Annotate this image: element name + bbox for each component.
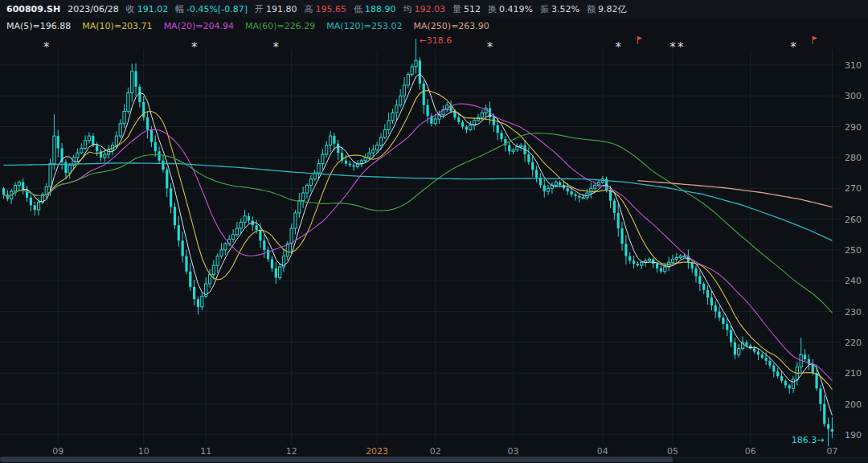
svg-text:2023: 2023 <box>366 446 388 457</box>
svg-text:300: 300 <box>845 91 862 101</box>
quote-field: 低188.90 <box>354 3 396 15</box>
quote-field: 幅-0.45%[-0.87] <box>175 3 248 15</box>
ma120-line <box>4 163 833 241</box>
svg-text:11: 11 <box>200 446 211 457</box>
flag-icon <box>813 36 817 44</box>
quote-field: 振3.52% <box>540 3 579 15</box>
quote-field: 量512 <box>452 3 481 15</box>
svg-text:200: 200 <box>845 399 862 410</box>
quote-field: 换0.419% <box>488 3 533 15</box>
svg-text:12: 12 <box>286 446 297 457</box>
asterisk-mark: * <box>273 40 280 55</box>
svg-text:230: 230 <box>845 307 862 318</box>
price-axis: 190200210220230240250260270280290300310 <box>845 60 862 440</box>
svg-text:190: 190 <box>845 430 862 440</box>
svg-text:240: 240 <box>845 276 862 286</box>
quote-field: 额9.82亿 <box>587 3 627 15</box>
svg-text:07: 07 <box>826 446 837 457</box>
stock-chart-app: 600809.SH 2023/06/28 收191.02幅-0.45%[-0.8… <box>0 0 868 463</box>
asterisk-mark: * <box>669 40 676 55</box>
asterisk-mark: * <box>790 40 796 55</box>
high-price-label: ←318.6 <box>420 35 452 46</box>
ma10-line <box>4 91 833 390</box>
grid <box>0 50 841 445</box>
svg-text:09: 09 <box>52 446 63 457</box>
quote-date: 2023/06/28 <box>68 4 118 14</box>
ma-legend-item: MA(120)=253.02 <box>326 21 402 31</box>
svg-text:06: 06 <box>745 446 756 457</box>
ma20-line <box>4 104 833 381</box>
ma-legend-item: MA(5)=196.88 <box>6 21 71 31</box>
svg-text:260: 260 <box>845 215 862 225</box>
ma5-line <box>4 74 833 416</box>
scrollbar-thumb[interactable] <box>0 457 673 462</box>
svg-text:270: 270 <box>845 183 862 194</box>
low-price-label: 186.3→ <box>792 435 825 445</box>
candlestick-chart[interactable]: 1902002102202302402502602702802903003100… <box>0 34 868 463</box>
svg-text:280: 280 <box>845 153 862 163</box>
ma-legend-item: MA(10)=203.71 <box>82 21 152 31</box>
quote-field: 均192.03 <box>403 3 446 15</box>
stock-code: 600809.SH <box>6 4 60 14</box>
svg-text:290: 290 <box>845 122 862 133</box>
asterisk-mark: * <box>615 40 621 55</box>
candles <box>2 39 833 446</box>
asterisk-mark: * <box>43 40 50 55</box>
ma-legend-item: MA(60)=226.29 <box>245 21 315 31</box>
svg-text:03: 03 <box>508 446 519 457</box>
quote-field: 高195.65 <box>305 3 347 15</box>
flag-icon <box>637 36 642 44</box>
asterisk-mark: * <box>678 40 684 55</box>
svg-text:220: 220 <box>845 338 862 348</box>
quote-fields: 收191.02幅-0.45%[-0.87]开191.80高195.65低188.… <box>126 3 627 15</box>
ma-legend-item: MA(250)=263.90 <box>414 21 489 31</box>
svg-text:10: 10 <box>138 446 149 457</box>
quote-field: 开191.80 <box>255 3 297 15</box>
ma-lines <box>4 74 833 416</box>
svg-text:210: 210 <box>845 368 862 379</box>
svg-text:02: 02 <box>430 446 441 457</box>
svg-text:310: 310 <box>845 60 862 71</box>
quote-field: 收191.02 <box>126 3 169 15</box>
asterisk-mark: * <box>191 40 198 55</box>
ma-legend: MA(5)=196.88MA(10)=203.71MA(20)=204.94MA… <box>0 18 868 34</box>
quote-bar: 600809.SH 2023/06/28 收191.02幅-0.45%[-0.8… <box>0 0 868 18</box>
svg-text:250: 250 <box>845 245 862 256</box>
ma-legend-item: MA(20)=204.94 <box>164 21 234 31</box>
svg-text:04: 04 <box>597 446 608 457</box>
asterisk-mark: * <box>487 40 493 55</box>
svg-text:05: 05 <box>667 446 678 457</box>
month-axis: 091011122023020304050607 <box>52 446 837 457</box>
